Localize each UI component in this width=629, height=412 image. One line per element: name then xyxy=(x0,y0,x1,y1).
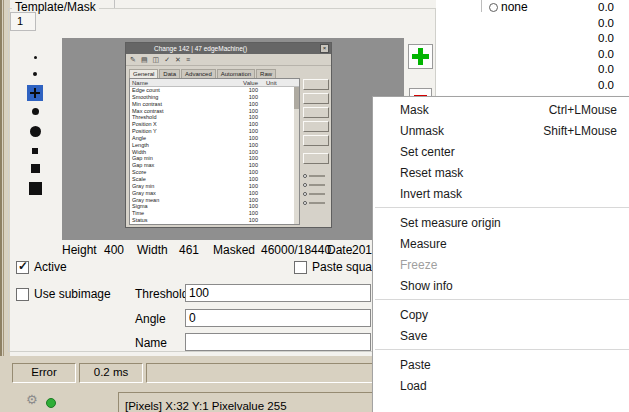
param-name: Scale xyxy=(130,176,222,183)
param-value: 100 xyxy=(222,128,264,135)
menu-item-invert-mask[interactable]: Invert mask xyxy=(373,183,629,204)
param-row: Sigma100 xyxy=(130,203,299,210)
menu-item-load[interactable]: Load xyxy=(373,375,629,396)
readout-value: 0.0 xyxy=(556,47,620,63)
angle-input[interactable] xyxy=(185,309,371,327)
dialog-tab-automation: Automation xyxy=(217,69,255,78)
plus-icon xyxy=(418,48,423,65)
none-radio-label: none xyxy=(501,0,528,14)
param-value: 100 xyxy=(222,210,264,217)
param-value: 100 xyxy=(222,94,264,101)
radio-icon xyxy=(303,201,307,205)
dialog-tab-general: General xyxy=(129,69,158,78)
param-name: Min contrast xyxy=(130,101,222,108)
param-row: Time100 xyxy=(130,210,299,217)
menu-item-reset-mask[interactable]: Reset mask xyxy=(373,162,629,183)
menu-item-label: Set center xyxy=(400,145,455,159)
menu-item-copy[interactable]: Copy xyxy=(373,304,629,325)
brush-shape-square-medium[interactable] xyxy=(31,164,40,173)
menu-item-label: Unmask xyxy=(400,124,444,138)
menu-item-set-center[interactable]: Set center xyxy=(373,141,629,162)
dialog-tab-strip: GeneralDataAdvancedAutomationRaw xyxy=(126,66,331,78)
menu-item-label: Copy xyxy=(400,308,428,322)
menu-item-mask[interactable]: MaskCtrl+LMouse xyxy=(373,99,629,120)
param-row: Min contrast100 xyxy=(130,101,299,108)
readout-value: 0.0 xyxy=(556,62,620,78)
param-name: Gray min xyxy=(130,183,222,190)
radio-icon xyxy=(303,183,307,187)
menu-item-paste[interactable]: Paste xyxy=(373,354,629,375)
plus-icon xyxy=(34,88,36,98)
context-menu: MaskCtrl+LMouseUnmaskShift+LMouseSet cen… xyxy=(372,96,629,412)
param-value: 100 xyxy=(222,135,264,142)
status-error: Error xyxy=(12,363,76,383)
status-led-icon xyxy=(46,398,56,408)
use-subimage-label: Use subimage xyxy=(34,287,111,301)
status-time: 0.2 ms xyxy=(79,363,143,383)
param-name: Gray max xyxy=(130,190,222,197)
none-radio[interactable] xyxy=(489,3,498,12)
dialog-tab-raw: Raw xyxy=(256,69,276,78)
scrollbar-thumb xyxy=(294,87,299,109)
threshold-input[interactable] xyxy=(185,284,371,302)
masked-label: Masked xyxy=(213,243,255,257)
column-header: Name xyxy=(130,79,222,86)
window-edge-line xyxy=(3,0,4,412)
param-row: Gap min100 xyxy=(130,155,299,162)
param-row: Width100 xyxy=(130,149,299,156)
menu-item-measure[interactable]: Measure xyxy=(373,233,629,254)
use-subimage-checkbox[interactable] xyxy=(16,288,29,301)
mask-preview-image[interactable]: Change 142 | 47 edgeMachine() × ✎▤◫✓✕≡ G… xyxy=(62,38,404,240)
application-window: Template/Mask 1 Change 142 | 47 edgeMach… xyxy=(0,0,629,412)
active-checkbox[interactable]: ✓ xyxy=(16,261,29,274)
param-row: Position X100 xyxy=(130,121,299,128)
brush-shape-dot-small[interactable] xyxy=(33,72,37,76)
brush-shape-dot-tiny[interactable] xyxy=(34,56,37,59)
param-row: Threshold100 xyxy=(130,114,299,121)
param-value: 100 xyxy=(222,203,264,210)
param-name: Angle xyxy=(130,135,222,142)
menu-item-label: Mask xyxy=(400,103,429,117)
menu-item-set-measure-origin[interactable]: Set measure origin xyxy=(373,212,629,233)
menu-item-show-info[interactable]: Show info xyxy=(373,275,629,296)
brush-shape-circle-large[interactable] xyxy=(30,126,41,137)
dialog-button xyxy=(303,121,329,132)
name-label: Name xyxy=(135,336,167,350)
brush-shape-selected[interactable] xyxy=(27,85,43,101)
dialog-radio-row xyxy=(303,198,331,207)
param-value: 100 xyxy=(222,114,264,121)
brush-shape-square-large[interactable] xyxy=(29,182,42,195)
close-icon: × xyxy=(320,44,329,53)
menu-item-shortcut: Ctrl+LMouse xyxy=(549,103,617,117)
menu-item-unmask[interactable]: UnmaskShift+LMouse xyxy=(373,120,629,141)
toolbar-icon: ◫ xyxy=(153,56,160,63)
brush-shape-square-small[interactable] xyxy=(32,148,38,154)
param-name: Sigma xyxy=(130,203,222,210)
param-value: 100 xyxy=(222,197,264,204)
menu-item-label: Measure xyxy=(400,237,447,251)
menu-item-label: Show info xyxy=(400,279,453,293)
param-name: Threshold xyxy=(130,114,222,121)
dialog-button xyxy=(303,93,329,104)
radio-label-blur xyxy=(309,202,325,204)
template-tab-1[interactable]: 1 xyxy=(10,12,36,31)
param-row: Gray min100 xyxy=(130,183,299,190)
param-name: Time xyxy=(130,210,222,217)
brush-shape-circle-small[interactable] xyxy=(32,108,39,115)
param-row: Length100 xyxy=(130,142,299,149)
toolbar-icon: ✓ xyxy=(164,56,170,63)
parameter-table-body: Edge count100Smoothing100Min contrast100… xyxy=(130,87,299,224)
check-icon: ✓ xyxy=(18,259,28,273)
paste-square-checkbox[interactable] xyxy=(294,261,307,274)
param-row: Score100 xyxy=(130,169,299,176)
add-button[interactable] xyxy=(408,44,433,69)
param-value: 100 xyxy=(222,155,264,162)
gear-icon[interactable]: ⚙ xyxy=(26,393,38,406)
param-value: 100 xyxy=(222,217,264,224)
menu-item-save[interactable]: Save xyxy=(373,325,629,346)
param-value: 100 xyxy=(222,183,264,190)
dialog-radio-row xyxy=(303,180,331,189)
dialog-radio-group xyxy=(303,171,331,207)
name-input[interactable] xyxy=(185,333,371,351)
param-value: 100 xyxy=(222,169,264,176)
